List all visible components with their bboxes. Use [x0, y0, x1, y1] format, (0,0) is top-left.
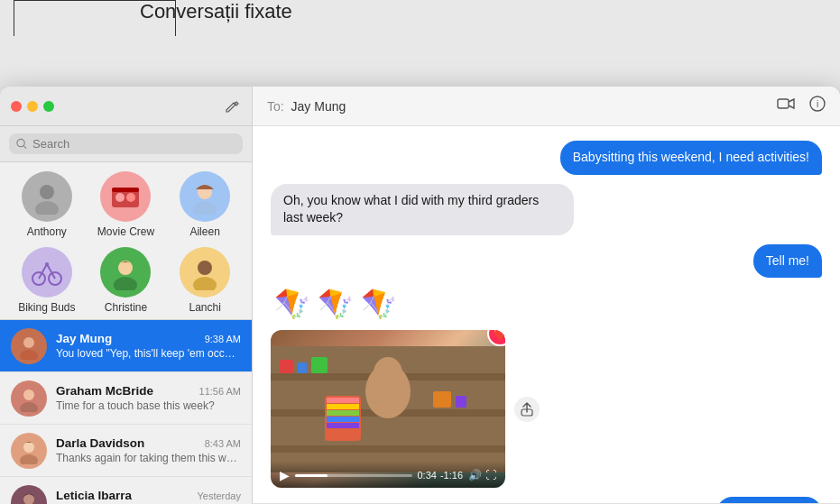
conv-name-darladavidson: Darla Davidson	[56, 436, 144, 450]
svg-point-18	[20, 350, 38, 360]
conv-preview-grahammcbride: Time for a touch base this week?	[56, 399, 241, 412]
avatar-aileen	[180, 171, 230, 222]
pinned-name-christine: Christine	[105, 301, 147, 314]
conversation-item-leticiaibarra[interactable]: Leticia Ibarra Yesterday Ride on Sat.? E…	[0, 477, 252, 504]
play-button[interactable]: ▶	[280, 468, 290, 482]
svg-point-6	[126, 193, 135, 202]
svg-point-20	[20, 402, 38, 412]
pinned-name-aileen: Aileen	[189, 225, 219, 238]
svg-line-1	[23, 146, 26, 149]
pinned-name-anthony: Anthony	[27, 225, 67, 238]
pinned-name-moviecrew: Movie Crew	[97, 225, 154, 238]
pinned-contact-bikingbuds[interactable]: Biking Buds	[15, 247, 78, 314]
svg-point-17	[23, 337, 34, 348]
avatar-lanchi	[180, 247, 230, 298]
conv-preview-darladavidson: Thanks again for taking them this weeken…	[56, 452, 241, 464]
kite-emoji-2: 🪁	[318, 287, 354, 321]
svg-point-23	[23, 494, 34, 505]
video-share-button[interactable]	[514, 397, 540, 422]
conversation-item-jaymung[interactable]: Jay Mung 9:38 AM You loved "Yep, this'll…	[0, 320, 252, 372]
svg-rect-7	[112, 188, 139, 192]
svg-rect-40	[327, 398, 359, 403]
avatar-leticiaibarra	[11, 485, 47, 505]
pinned-contact-christine[interactable]: Christine	[94, 247, 157, 314]
conversation-item-darladavidson[interactable]: Darla Davidson 8:43 AM Thanks again for …	[0, 425, 252, 477]
svg-rect-42	[327, 410, 359, 416]
video-extra-icons: 🔊 ⛶	[468, 469, 496, 481]
avatar-anthony	[22, 171, 72, 222]
svg-point-21	[23, 442, 34, 453]
svg-rect-33	[298, 362, 307, 373]
message-bubble-babysitting: Babysitting this weekend, I need activit…	[560, 141, 822, 175]
video-time-labels: 0:34 -1:16	[418, 470, 464, 481]
svg-point-0	[17, 139, 24, 146]
pinned-contact-aileen[interactable]: Aileen	[173, 171, 236, 238]
chat-recipient: To: Jay Mung	[267, 99, 346, 114]
video-call-icon[interactable]	[777, 96, 795, 116]
conv-name-grahammcbride: Graham McBride	[56, 384, 153, 398]
recipient-name: Jay Mung	[291, 99, 346, 114]
svg-point-38	[374, 357, 402, 389]
volume-icon[interactable]: 🔊	[468, 469, 482, 481]
maximize-button[interactable]	[43, 101, 54, 112]
avatar-jaymung	[11, 328, 47, 364]
conv-info-leticiaibarra: Leticia Ibarra Yesterday Ride on Sat.? E…	[56, 489, 241, 504]
close-button[interactable]	[11, 101, 22, 112]
svg-rect-43	[327, 417, 359, 422]
pinned-contact-lanchi[interactable]: Lanchi	[173, 247, 236, 314]
pinned-section: Anthony	[0, 162, 252, 320]
svg-point-5	[115, 193, 125, 202]
svg-point-9	[193, 201, 217, 215]
avatar-darladavidson	[11, 433, 47, 469]
conv-time-leticiaibarra: Yesterday	[197, 490, 241, 501]
message-row-babysitting: Babysitting this weekend, I need activit…	[271, 141, 822, 175]
svg-rect-35	[433, 391, 451, 408]
video-progress-fill	[295, 474, 328, 477]
message-bubble-tellme: Tell me!	[753, 244, 822, 279]
svg-point-19	[23, 389, 34, 400]
video-message-container: ❤️ ▶ 0:34 -1:16 🔊	[271, 330, 505, 488]
conv-name-jaymung: Jay Mung	[56, 332, 112, 345]
svg-point-3	[35, 201, 59, 215]
svg-point-15	[198, 261, 212, 275]
pinned-name-bikingbuds: Biking Buds	[18, 301, 75, 314]
svg-rect-34	[311, 357, 328, 373]
kites-message: 🪁 🪁 🪁	[274, 287, 822, 321]
compose-button[interactable]	[223, 97, 241, 115]
conv-time-jaymung: 9:38 AM	[205, 334, 241, 344]
minimize-button[interactable]	[27, 101, 38, 112]
conv-info-darladavidson: Darla Davidson 8:43 AM Thanks again for …	[56, 436, 241, 464]
video-progress-bar[interactable]	[295, 474, 412, 477]
chat-header-icons: i	[777, 96, 826, 116]
video-player[interactable]: ❤️ ▶ 0:34 -1:16 🔊	[271, 330, 505, 488]
svg-point-22	[20, 454, 38, 464]
svg-rect-31	[271, 445, 505, 453]
pinned-name-lanchi: Lanchi	[189, 301, 220, 314]
message-bubble-amazingidea: Amazing idea!	[716, 497, 822, 503]
conv-info-grahammcbride: Graham McBride 11:56 AM Time for a touch…	[56, 384, 241, 412]
sidebar: Anthony	[0, 87, 253, 504]
pinned-conversations-tooltip: Conversații fixate	[140, 0, 292, 23]
search-input[interactable]	[32, 137, 235, 151]
conv-info-jaymung: Jay Mung 9:38 AM You loved "Yep, this'll…	[56, 332, 241, 360]
avatar-grahammcbride	[11, 380, 47, 417]
video-controls[interactable]: ▶ 0:34 -1:16 🔊 ⛶	[271, 461, 505, 488]
chat-header: To: Jay Mung i	[253, 87, 840, 126]
conversation-item-grahammcbride[interactable]: Graham McBride 11:56 AM Time for a touch…	[0, 372, 252, 425]
message-row-tellme: Tell me!	[271, 244, 822, 279]
svg-point-16	[193, 277, 217, 290]
svg-point-13	[118, 261, 133, 275]
traffic-lights	[11, 101, 54, 112]
pinned-contact-anthony[interactable]: Anthony	[15, 171, 78, 238]
chat-area: To: Jay Mung i	[253, 87, 840, 504]
pinned-contact-moviecrew[interactable]: Movie Crew	[94, 171, 157, 238]
pinned-row-1: Anthony	[7, 171, 245, 238]
search-bar	[0, 126, 252, 162]
svg-rect-44	[327, 423, 359, 428]
info-icon[interactable]: i	[809, 96, 826, 116]
pinned-row-2: Biking Buds	[7, 247, 245, 314]
avatar-christine	[100, 247, 151, 298]
conv-name-leticiaibarra: Leticia Ibarra	[56, 489, 132, 502]
fullscreen-icon[interactable]: ⛶	[485, 469, 496, 481]
kite-emoji-1: 🪁	[274, 287, 310, 321]
